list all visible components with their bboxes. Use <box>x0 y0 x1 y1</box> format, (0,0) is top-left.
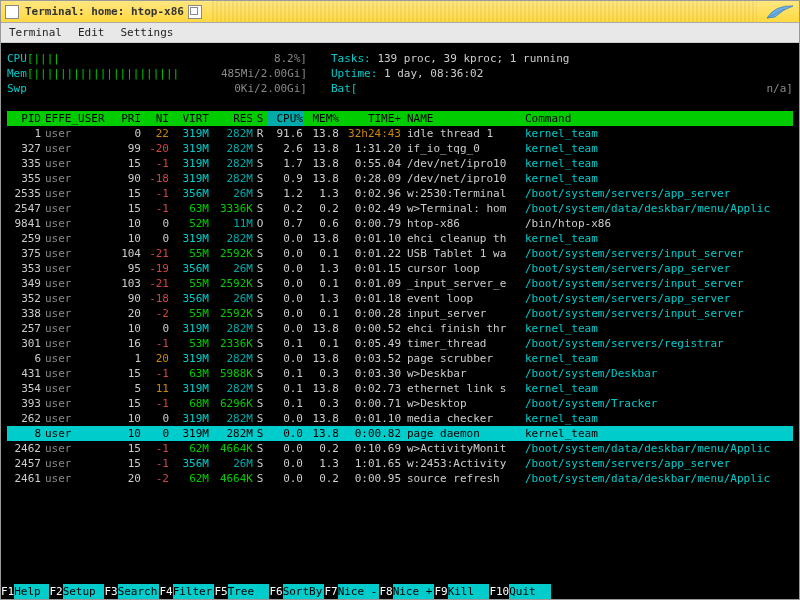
fkey-label[interactable]: Nice - <box>338 584 380 599</box>
process-row[interactable]: 338user20-255M2592KS0.00.10:00.28input_s… <box>7 306 793 321</box>
col-pri[interactable]: PRI <box>113 111 141 126</box>
cpu-bar: [|||| <box>27 52 67 65</box>
fkey-F10[interactable]: F10 <box>489 584 509 599</box>
mem-label: Mem <box>7 67 27 80</box>
process-row[interactable]: 352user90-18356M26MS0.01.30:01.18event l… <box>7 291 793 306</box>
uptime-value: 1 day, 08:36:02 <box>384 67 483 80</box>
mem-value: 485Mi/2.00Gi] <box>221 66 307 81</box>
titlebar[interactable]: Terminal: home: htop-x86 <box>1 1 799 23</box>
process-row[interactable]: 431user15-163M5988KS0.10.30:03.30w>Deskb… <box>7 366 793 381</box>
col-res[interactable]: RES <box>209 111 253 126</box>
process-row[interactable]: 2535user15-1356M26MS1.21.30:02.96w:2530:… <box>7 186 793 201</box>
window: Terminal: home: htop-x86 Terminal Edit S… <box>0 0 800 600</box>
col-cpu[interactable]: CPU% <box>267 111 303 126</box>
tasks-label: Tasks: <box>331 52 371 65</box>
fkey-F5[interactable]: F5 <box>214 584 227 599</box>
maximize-button[interactable] <box>188 5 202 19</box>
col-pid[interactable]: PID <box>7 111 41 126</box>
window-controls <box>765 3 795 21</box>
terminal[interactable]: CPU[|||| 8.2%] Tasks: 139 proc, 39 kproc… <box>1 43 799 599</box>
process-row[interactable]: 353user95-19356M26MS0.01.30:01.15cursor … <box>7 261 793 276</box>
fkey-label[interactable]: Filter <box>173 584 215 599</box>
menubar: Terminal Edit Settings <box>1 23 799 43</box>
col-time[interactable]: TIME+ <box>339 111 401 126</box>
swp-label: Swp <box>7 82 27 95</box>
process-row[interactable]: 355user90-18319M282MS0.913.80:28.09/dev/… <box>7 171 793 186</box>
fkey-F4[interactable]: F4 <box>159 584 172 599</box>
process-row[interactable]: 262user100319M282MS0.013.80:01.10media c… <box>7 411 793 426</box>
col-user[interactable]: EFFE_USER <box>41 111 113 126</box>
fkey-F3[interactable]: F3 <box>104 584 117 599</box>
process-row[interactable]: 393user15-168M6296KS0.10.30:00.71w>Deskt… <box>7 396 793 411</box>
fkey-F2[interactable]: F2 <box>49 584 62 599</box>
process-row[interactable]: 8user100319M282MS0.013.80:00.82page daem… <box>7 426 793 441</box>
window-icon <box>5 5 19 19</box>
process-row[interactable]: 6user120319M282MS0.013.80:03.52page scru… <box>7 351 793 366</box>
mem-bar: [|||||||||||||||||||||| <box>27 67 179 80</box>
process-row[interactable]: 335user15-1319M282MS1.713.80:55.04/dev/n… <box>7 156 793 171</box>
titlebar-spacer <box>210 1 757 22</box>
window-title: Terminal: home: htop-x86 <box>25 5 184 18</box>
process-row[interactable]: 2461user20-262M4664KS0.00.20:00.95source… <box>7 471 793 486</box>
bat-label: Bat[ <box>331 82 358 95</box>
feather-icon <box>765 3 795 21</box>
swp-value: 0Ki/2.00Gi] <box>234 81 307 96</box>
process-row[interactable]: 301user16-153M2336KS0.10.10:05.49timer_t… <box>7 336 793 351</box>
fkey-label[interactable]: Tree <box>228 584 270 599</box>
fkey-F6[interactable]: F6 <box>269 584 282 599</box>
column-header[interactable]: PID EFFE_USER PRI NI VIRT RES S CPU% MEM… <box>7 111 793 126</box>
fkey-label[interactable]: Setup <box>63 584 105 599</box>
fkey-F9[interactable]: F9 <box>434 584 447 599</box>
process-row[interactable]: 2547user15-163M3336KS0.20.20:02.49w>Term… <box>7 201 793 216</box>
bat-value: n/a] <box>767 81 794 96</box>
col-name[interactable]: NAME <box>401 111 519 126</box>
menu-settings[interactable]: Settings <box>120 26 173 39</box>
menu-edit[interactable]: Edit <box>78 26 105 39</box>
fkey-label[interactable]: Nice + <box>393 584 435 599</box>
process-list[interactable]: 1user022319M282MR91.613.832h24:43idle th… <box>7 126 793 486</box>
function-keys: F1Help F2Setup F3SearchF4FilterF5Tree F6… <box>1 584 799 599</box>
process-row[interactable]: 2462user15-162M4664KS0.00.20:10.69w>Acti… <box>7 441 793 456</box>
process-row[interactable]: 1user022319M282MR91.613.832h24:43idle th… <box>7 126 793 141</box>
fkey-label[interactable]: Help <box>14 584 49 599</box>
cpu-label: CPU <box>7 52 27 65</box>
menu-terminal[interactable]: Terminal <box>9 26 62 39</box>
fkey-F7[interactable]: F7 <box>324 584 337 599</box>
tasks-value: 139 proc, 39 kproc; 1 running <box>377 52 569 65</box>
fkey-F1[interactable]: F1 <box>1 584 14 599</box>
fkey-label[interactable]: SortBy <box>283 584 325 599</box>
col-s[interactable]: S <box>253 111 267 126</box>
cpu-pct: 8.2%] <box>274 51 307 66</box>
col-cmd[interactable]: Command <box>519 111 793 126</box>
process-row[interactable]: 349user103-2155M2592KS0.00.10:01.09_inpu… <box>7 276 793 291</box>
process-row[interactable]: 9841user10052M11MO0.70.60:00.79htop-x86/… <box>7 216 793 231</box>
process-row[interactable]: 257user100319M282MS0.013.80:00.52ehci fi… <box>7 321 793 336</box>
uptime-label: Uptime: <box>331 67 377 80</box>
process-row[interactable]: 375user104-2155M2592KS0.00.10:01.22USB T… <box>7 246 793 261</box>
process-row[interactable]: 2457user15-1356M26MS0.01.31:01.65w:2453:… <box>7 456 793 471</box>
col-virt[interactable]: VIRT <box>169 111 209 126</box>
process-row[interactable]: 327user99-20319M282MS2.613.81:31.20if_io… <box>7 141 793 156</box>
fkey-F8[interactable]: F8 <box>379 584 392 599</box>
fkey-label[interactable]: Search <box>118 584 160 599</box>
fkey-label[interactable]: Quit <box>509 584 551 599</box>
col-ni[interactable]: NI <box>141 111 169 126</box>
col-mem[interactable]: MEM% <box>303 111 339 126</box>
process-row[interactable]: 354user511319M282MS0.113.80:02.73etherne… <box>7 381 793 396</box>
fkey-label[interactable]: Kill <box>448 584 490 599</box>
process-row[interactable]: 259user100319M282MS0.013.80:01.10ehci cl… <box>7 231 793 246</box>
